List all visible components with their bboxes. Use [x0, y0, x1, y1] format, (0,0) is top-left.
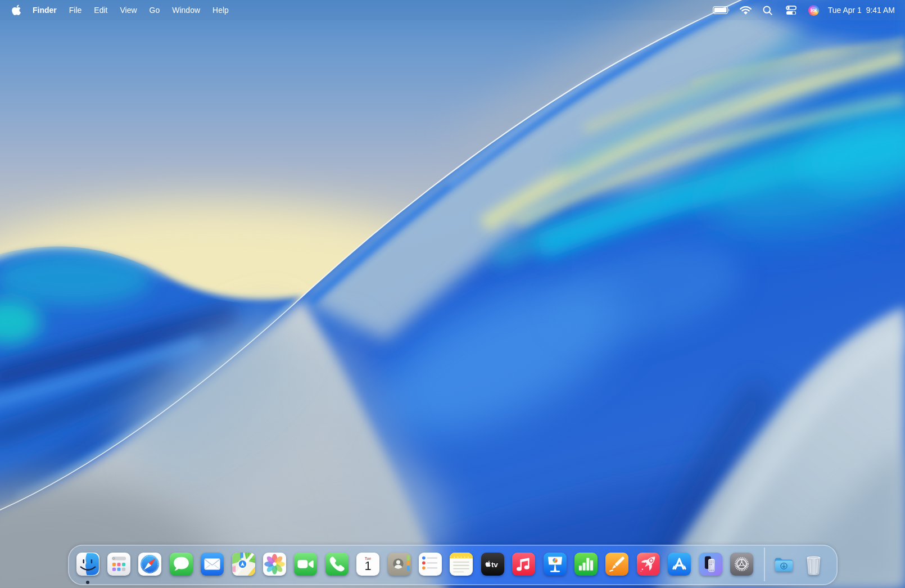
svg-text:1: 1	[365, 559, 372, 573]
svg-text:tv: tv	[491, 560, 498, 569]
